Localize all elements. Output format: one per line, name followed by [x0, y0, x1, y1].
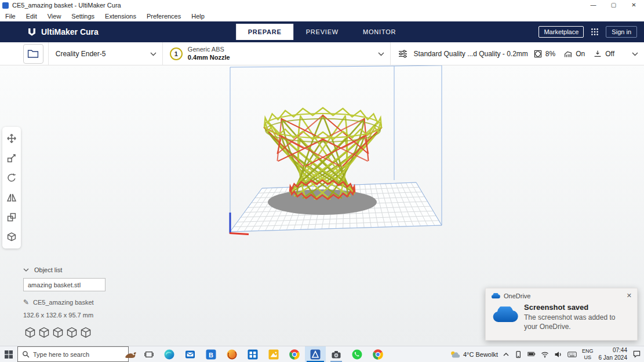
task-view-button[interactable] [139, 346, 159, 362]
per-model-settings-tool-button[interactable] [2, 209, 21, 225]
sign-in-button[interactable]: Sign in [606, 26, 637, 38]
menu-extensions[interactable]: Extensions [100, 13, 141, 20]
menu-view[interactable]: View [42, 13, 67, 20]
adhesion-value: Off [605, 50, 614, 58]
system-tray: 4°C Bewolkt ENG US 07:44 6 Jan 2024 [450, 346, 644, 362]
printer-selector[interactable]: Creality Ender-5 [48, 42, 162, 65]
printer-name: Creality Ender-5 [56, 50, 106, 58]
scale-tool-button[interactable] [2, 150, 21, 166]
menu-edit[interactable]: Edit [21, 13, 42, 20]
apps-grid-icon[interactable] [591, 28, 599, 36]
language-code: ENG [582, 348, 594, 354]
menu-preferences[interactable]: Preferences [141, 13, 186, 20]
touch-keyboard-icon[interactable] [567, 352, 577, 357]
volume-icon[interactable] [554, 350, 562, 359]
stage-tabs: PREPARE PREVIEW MONITOR [236, 24, 409, 40]
search-input[interactable] [33, 351, 107, 358]
object-list-item[interactable]: amazing basket.stl [23, 278, 105, 291]
sliders-icon [398, 49, 408, 59]
project-name-row[interactable]: ✎ CE5_amazing basket [23, 298, 105, 306]
support-blocker-tool-button[interactable] [2, 229, 21, 245]
mirror-tool-button[interactable] [2, 189, 21, 206]
menu-bar: File Edit View Settings Extensions Prefe… [0, 10, 644, 21]
move-tool-button[interactable] [2, 130, 21, 147]
chrome-profile-icon[interactable] [368, 346, 388, 362]
start-button[interactable] [0, 346, 17, 362]
app-name: UltiMaker Cura [41, 27, 99, 36]
chevron-down-icon [23, 268, 29, 272]
menu-file[interactable]: File [0, 13, 21, 20]
photos-icon[interactable] [263, 346, 284, 362]
marketplace-button[interactable]: Marketplace [539, 26, 584, 38]
taskbar-search[interactable] [17, 346, 129, 362]
firefox-icon[interactable] [221, 346, 242, 362]
model-dimensions: 132.6 x 132.6 x 95.7 mm [23, 312, 105, 319]
extruder-badge: 1 [170, 47, 183, 60]
pinned-apps: B [159, 346, 388, 362]
view-preset-top-icon[interactable] [51, 326, 64, 339]
clock[interactable]: 07:44 6 Jan 2024 [599, 347, 628, 361]
infill-value: 8% [545, 50, 555, 58]
object-list-title: Object list [34, 266, 62, 273]
screenshot-tool-icon[interactable] [326, 346, 347, 362]
toast-app-name: OneDrive [504, 292, 530, 299]
cura-app-icon [2, 2, 9, 9]
onedrive-icon [491, 293, 500, 299]
profile-name: Standard Quality ...d Quality - 0.2mm [413, 50, 527, 58]
chevron-down-icon [378, 52, 384, 56]
window-title: CE5_amazing basket - UltiMaker Cura [12, 2, 121, 9]
edge-icon[interactable] [159, 346, 180, 362]
support-icon [563, 49, 573, 58]
chevron-down-icon [150, 52, 157, 56]
search-highlight-icon[interactable] [123, 346, 139, 362]
outlook-icon[interactable] [180, 346, 201, 362]
app-header: UltiMaker Cura PREPARE PREVIEW MONITOR M… [0, 21, 644, 42]
app-logo: UltiMaker Cura [27, 27, 99, 37]
battery-icon[interactable] [527, 352, 536, 357]
material-selector[interactable]: 1 Generic ABS 0.4mm Nozzle [162, 42, 391, 65]
project-name: CE5_amazing basket [33, 299, 94, 306]
view-preset-front-icon[interactable] [37, 326, 50, 339]
menu-help[interactable]: Help [186, 13, 210, 20]
language-indicator[interactable]: ENG US [582, 348, 594, 361]
clock-time: 07:44 [599, 347, 628, 354]
folder-icon [27, 49, 39, 58]
object-file-name: amazing basket.stl [28, 281, 81, 288]
chrome-icon[interactable] [284, 346, 305, 362]
ultimaker-logo-icon [27, 27, 37, 37]
toast-close-button[interactable]: ✕ [627, 292, 632, 299]
whatsapp-icon[interactable] [347, 346, 368, 362]
bing-icon[interactable]: B [201, 346, 221, 362]
store-icon[interactable] [242, 346, 263, 362]
material-name: Generic ABS [188, 46, 230, 53]
view-preset-3d-icon[interactable] [23, 326, 37, 339]
svg-text:B: B [209, 351, 213, 358]
maximize-button[interactable]: ▢ [603, 0, 624, 10]
cura-taskbar-icon[interactable] [305, 346, 326, 362]
tab-preview[interactable]: PREVIEW [294, 24, 351, 40]
view-preset-right-icon[interactable] [79, 326, 92, 339]
minimize-button[interactable]: — [583, 0, 603, 10]
tray-expand-chevron-icon[interactable] [503, 353, 509, 356]
weather-widget[interactable]: 4°C Bewolkt [450, 350, 498, 359]
device-icon[interactable] [514, 350, 522, 359]
view-preset-left-icon[interactable] [65, 326, 78, 339]
object-list-panel: Object list amazing basket.stl ✎ CE5_ama… [23, 266, 105, 339]
action-center-icon[interactable] [632, 350, 641, 359]
rotate-tool-button[interactable] [2, 170, 21, 186]
toast-message: The screenshot was added to your OneDriv… [524, 313, 624, 331]
wifi-icon[interactable] [541, 350, 549, 358]
windows-taskbar: B 4°C Bewolkt [0, 346, 644, 362]
print-settings-selector[interactable]: Standard Quality ...d Quality - 0.2mm 8%… [390, 42, 644, 65]
tool-panel [2, 127, 21, 248]
close-button[interactable]: ✕ [624, 0, 644, 10]
tab-prepare[interactable]: PREPARE [236, 24, 294, 40]
window-titlebar: CE5_amazing basket - UltiMaker Cura — ▢ … [0, 0, 644, 10]
object-list-toggle[interactable]: Object list [23, 266, 105, 273]
viewport-3d[interactable]: Object list amazing basket.stl ✎ CE5_ama… [0, 65, 644, 346]
open-file-button[interactable] [23, 44, 43, 64]
tab-monitor[interactable]: MONITOR [351, 24, 408, 40]
onedrive-cloud-icon [492, 306, 518, 331]
menu-settings[interactable]: Settings [66, 13, 100, 20]
configuration-bar: Creality Ender-5 1 Generic ABS 0.4mm Noz… [0, 42, 644, 65]
